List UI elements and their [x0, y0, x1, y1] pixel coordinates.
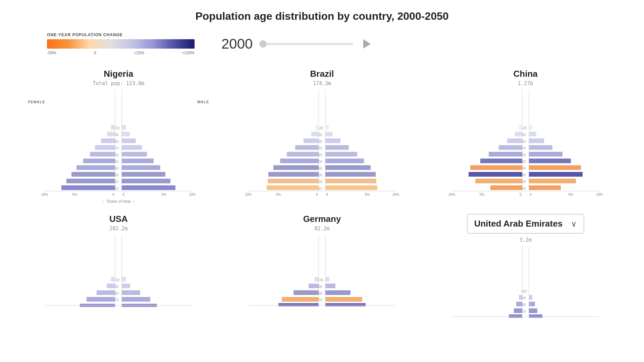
svg-text:60: 60	[522, 153, 526, 157]
svg-text:50: 50	[522, 160, 526, 164]
svg-text:0: 0	[113, 193, 115, 196]
svg-rect-158	[529, 308, 537, 313]
svg-text:10: 10	[318, 187, 322, 190]
svg-rect-157	[514, 308, 522, 313]
svg-rect-70	[325, 125, 329, 130]
svg-rect-159	[516, 302, 522, 306]
svg-rect-69	[315, 125, 319, 130]
svg-rect-109	[529, 125, 532, 130]
chart-nigeria: Nigeria Total pop: 123.9m FEMALE MALE 10…	[20, 69, 217, 204]
svg-rect-97	[529, 165, 581, 170]
country-selector[interactable]: United Arab Emirates ∨	[467, 214, 584, 234]
svg-rect-101	[529, 152, 562, 157]
svg-rect-29	[122, 132, 130, 136]
svg-rect-128	[122, 284, 130, 288]
svg-rect-124	[122, 297, 150, 302]
svg-rect-163	[509, 314, 522, 318]
uae-pyramid: 70 80 90 100	[432, 246, 620, 320]
svg-rect-64	[325, 145, 349, 150]
year-slider-track[interactable]	[259, 43, 353, 45]
svg-text:5%: 5%	[72, 193, 77, 196]
svg-text:40: 40	[115, 167, 119, 170]
charts-grid: Nigeria Total pop: 123.9m FEMALE MALE 10…	[20, 69, 624, 320]
svg-rect-28	[107, 132, 115, 136]
svg-rect-15	[122, 179, 170, 183]
slider-play-button[interactable]	[363, 39, 371, 49]
usa-pyramid: 70 80 90 100	[24, 235, 212, 309]
svg-rect-58	[325, 165, 371, 170]
svg-text:90: 90	[522, 133, 526, 137]
svg-rect-57	[273, 165, 319, 170]
chart-uae: United Arab Emirates ∨ 3.2m 70 80 90 100	[427, 214, 624, 320]
svg-text:80: 80	[115, 140, 119, 143]
svg-text:80: 80	[318, 292, 322, 295]
legend-label: ONE-YEAR POPULATION CHANGE	[47, 33, 195, 37]
svg-rect-23	[122, 152, 147, 157]
svg-text:30: 30	[522, 173, 526, 177]
svg-text:60: 60	[115, 153, 119, 157]
svg-rect-99	[529, 159, 571, 163]
svg-rect-62	[325, 152, 357, 157]
svg-text:5%: 5%	[365, 193, 370, 196]
svg-rect-63	[295, 145, 319, 150]
china-pyramid: 10 20 30 40 50 60 70 80 90 100	[432, 90, 620, 197]
legend-container: ONE-YEAR POPULATION CHANGE -50% 0 +25% +…	[47, 33, 195, 55]
svg-rect-24	[95, 145, 115, 150]
nigeria-female-label: FEMALE	[28, 100, 45, 104]
svg-text:10%: 10%	[392, 193, 399, 196]
svg-text:90: 90	[522, 296, 526, 300]
svg-text:70: 70	[115, 146, 119, 150]
svg-rect-56	[325, 172, 376, 177]
legend-ticks: -50% 0 +25% +100%	[47, 51, 195, 55]
germany-title: Germany	[303, 214, 341, 224]
svg-rect-16	[71, 172, 115, 177]
svg-text:20: 20	[318, 180, 322, 184]
svg-rect-66	[325, 138, 340, 143]
nigeria-title: Nigeria	[104, 69, 133, 79]
svg-rect-91	[529, 185, 561, 190]
tick-0: 0	[94, 51, 96, 55]
svg-text:80: 80	[318, 140, 322, 143]
slider-thumb[interactable]	[259, 40, 267, 48]
nigeria-pop: Total pop: 123.9m	[93, 80, 145, 86]
nigeria-pyramid: 10 20 30 40 50 60 70 80 90 100	[24, 90, 212, 197]
svg-rect-67	[311, 132, 319, 136]
svg-rect-98	[480, 159, 522, 163]
nigeria-male-label: MALE	[197, 100, 209, 104]
svg-rect-105	[529, 138, 544, 143]
svg-rect-127	[107, 284, 115, 288]
svg-text:70: 70	[318, 298, 322, 302]
brazil-pop: 174.3m	[313, 80, 331, 86]
svg-text:90: 90	[318, 133, 322, 137]
svg-text:90: 90	[115, 133, 119, 137]
svg-rect-106	[515, 132, 522, 136]
svg-rect-160	[529, 302, 535, 306]
usa-title: USA	[109, 214, 128, 224]
svg-rect-107	[529, 132, 536, 136]
svg-text:50: 50	[318, 160, 322, 164]
svg-rect-146	[315, 277, 319, 282]
svg-rect-162	[529, 295, 532, 300]
nigeria-share-label: ← Share of total →	[24, 199, 212, 204]
china-pop: 1.27b	[518, 80, 533, 86]
svg-rect-55	[268, 172, 319, 177]
svg-rect-60	[325, 159, 364, 163]
svg-text:80: 80	[522, 140, 526, 143]
svg-text:40: 40	[522, 167, 526, 170]
svg-text:0: 0	[530, 193, 532, 196]
svg-text:5%: 5%	[479, 193, 484, 196]
svg-rect-14	[66, 179, 115, 183]
svg-rect-142	[293, 290, 319, 295]
germany-pyramid: 70 80 90 100	[228, 235, 416, 309]
chart-usa: USA 282.2m 70 80 90 100	[20, 214, 217, 320]
svg-text:0: 0	[123, 193, 125, 196]
svg-rect-93	[529, 179, 576, 183]
svg-rect-59	[280, 159, 319, 163]
svg-rect-94	[469, 172, 522, 177]
tick-plus25: +25%	[134, 51, 144, 55]
svg-rect-27	[122, 138, 136, 143]
svg-rect-26	[101, 138, 115, 143]
svg-rect-19	[122, 165, 160, 170]
usa-pop: 282.2m	[109, 226, 127, 232]
svg-text:80: 80	[522, 303, 526, 307]
